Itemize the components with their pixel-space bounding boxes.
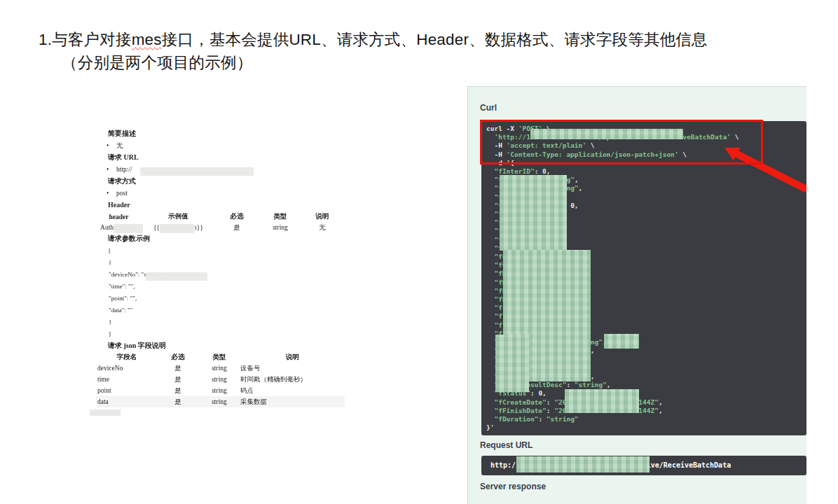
table-cell: string (198, 374, 240, 385)
table-cell: 设备号 (240, 363, 345, 374)
table-cell: 是 (158, 385, 198, 396)
table-row: deviceNo是string设备号 (96, 363, 345, 374)
code-line: } (109, 316, 350, 328)
code-line: [ (109, 245, 350, 257)
blur-patch (565, 389, 639, 413)
code-line: "deviceNo": "xxxxxxxx", (109, 269, 350, 281)
redaction-smudge (146, 272, 207, 281)
title-prefix: 1.与客户对接 (39, 31, 132, 48)
column-header: 类型 (198, 352, 240, 363)
table-cell: 无 (302, 222, 343, 233)
server-response-label: Server response (480, 482, 546, 491)
column-header: 说明 (302, 211, 343, 222)
column-header: 必选 (158, 352, 198, 363)
curl-code-line: }' (486, 424, 806, 432)
request-url-heading: 请求 URL (108, 152, 350, 164)
request-method-heading: 请求方式 (108, 176, 350, 188)
red-highlight-box (480, 120, 763, 164)
blur-patch (500, 175, 567, 251)
table-cell: 时间戳（精确到毫秒） (240, 374, 345, 385)
curl-code-line: "fPowerResultDesc": "string", (486, 381, 806, 389)
redaction-smudge (140, 167, 254, 176)
blur-patch (530, 129, 683, 139)
table-cell: 采集数据 (240, 396, 345, 407)
bullet-icon: • (107, 140, 116, 151)
column-header: 字段名 (96, 352, 158, 363)
brief-heading: 简要描述 (108, 128, 350, 140)
redaction-smudge (160, 224, 195, 233)
params-example-code: [{"deviceNo": "xxxxxxxx","time": "","poi… (95, 245, 350, 340)
table-cell: 是 (215, 222, 259, 233)
redaction-smudge (90, 410, 121, 416)
code-line: ] (109, 328, 350, 340)
code-line: { (109, 257, 350, 269)
table-cell: 码点 (240, 385, 345, 396)
curl-code-line: "fStatus": 0, (486, 389, 806, 398)
column-header: 示例值 (142, 211, 215, 222)
table-row: data是string采集数据 (96, 396, 345, 407)
table-row: point是string码点 (96, 385, 345, 396)
table-cell: string (259, 222, 302, 233)
curl-code-line: "fCreateDate": "2023-08-24T07:20:14.144Z… (486, 398, 806, 407)
title-rest: 接口，基本会提供URL、请求方式、Header、数据格式、请求字段等其他信息 (162, 31, 708, 48)
table-cell: string (198, 385, 240, 396)
title-line-2: （分别是两个项目的示例） (39, 51, 816, 74)
column-header: 必选 (215, 211, 259, 222)
request-method-item: •post (95, 188, 350, 200)
bullet-icon: • (107, 188, 116, 199)
column-header: 类型 (259, 211, 302, 222)
table-cell: string (198, 363, 240, 374)
code-line: "time": "", (109, 281, 350, 293)
request-url-label: Request URL (480, 440, 533, 450)
title-line-1: 1.与客户对接mes接口，基本会提供URL、请求方式、Header、数据格式、请… (39, 28, 816, 51)
code-line: "point": "", (109, 293, 350, 304)
blur-patch (516, 456, 650, 472)
table-cell: time (96, 374, 158, 385)
table-cell: data (96, 396, 158, 407)
table-cell: deviceNo (96, 363, 158, 374)
table-cell: 是 (158, 363, 198, 374)
brief-item: •无 (95, 140, 350, 152)
blur-patch (495, 335, 529, 392)
curl-label: Curl (480, 103, 497, 113)
code-line: "data": "" (109, 304, 350, 316)
params-example-heading: 请求参数示例 (108, 233, 350, 245)
page-title: 1.与客户对接mes接口，基本会提供URL、请求方式、Header、数据格式、请… (39, 28, 816, 74)
column-header: header (96, 211, 142, 222)
redaction-smudge (114, 224, 143, 233)
bullet-icon: • (107, 164, 116, 175)
page: 1.与客户对接mes接口，基本会提供URL、请求方式、Header、数据格式、请… (0, 0, 838, 504)
spellchecked-word: mes (132, 31, 162, 48)
table-cell: 是 (158, 374, 198, 385)
json-fields-heading: 请求 json 字段说明 (108, 340, 350, 352)
json-fields-table: 字段名必选类型说明deviceNo是string设备号time是string时间… (96, 352, 345, 407)
blur-patch (604, 334, 639, 349)
curl-code-line: "fDuration": "string" (486, 415, 806, 424)
table-cell: 是 (158, 396, 198, 407)
column-header: 说明 (240, 352, 345, 363)
curl-code-line: "fFinishDate": "2023-08-24T07:20:14.144Z… (486, 407, 806, 415)
table-cell: point (96, 385, 158, 396)
header-heading: Header (108, 200, 350, 211)
table-cell: string (198, 396, 240, 407)
table-row: time是string时间戳（精确到毫秒） (96, 374, 345, 385)
